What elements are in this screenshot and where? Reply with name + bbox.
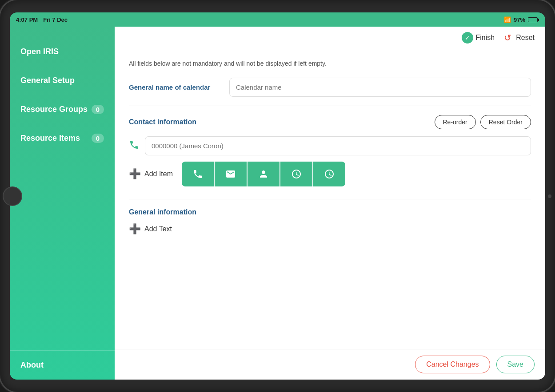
general-info-header: General information bbox=[129, 208, 531, 216]
type-btn-clock2[interactable] bbox=[313, 162, 345, 186]
type-btn-person[interactable] bbox=[248, 162, 279, 186]
general-info-title: General information bbox=[129, 208, 196, 216]
form-hint: All fields below are not mandatory and w… bbox=[129, 60, 531, 67]
wifi-icon: 📶 bbox=[504, 16, 511, 23]
finish-button[interactable]: ✓ Finish bbox=[462, 32, 495, 44]
status-bar-left: 4:07 PM Fri 7 Dec bbox=[16, 16, 68, 23]
reset-label: Reset bbox=[516, 34, 535, 42]
finish-icon: ✓ bbox=[462, 32, 473, 44]
resource-groups-badge: 0 bbox=[92, 105, 104, 114]
battery-icon bbox=[528, 17, 539, 22]
divider-2 bbox=[129, 199, 531, 199]
contact-type-buttons bbox=[182, 162, 345, 186]
phone-input[interactable] bbox=[145, 136, 531, 155]
add-text-label[interactable]: Add Text bbox=[144, 225, 172, 233]
resource-items-badge: 0 bbox=[92, 134, 104, 143]
section-buttons: Re-order Reset Order bbox=[435, 115, 531, 129]
status-bar-right: 📶 97% bbox=[504, 16, 539, 23]
bottom-bar: Cancel Changes Save bbox=[115, 349, 545, 380]
sidebar: Open IRIS General Setup Resource Groups … bbox=[10, 27, 115, 380]
add-item-label[interactable]: Add Item bbox=[144, 170, 173, 178]
divider-1 bbox=[129, 106, 531, 106]
add-item-icon: ➕ bbox=[129, 168, 141, 180]
sidebar-item-open-iris[interactable]: Open IRIS bbox=[10, 37, 115, 66]
type-btn-email[interactable] bbox=[215, 162, 247, 186]
contact-section-header: Contact information Re-order Reset Order bbox=[129, 115, 531, 129]
camera-dot bbox=[548, 194, 551, 198]
type-btn-clock1[interactable] bbox=[280, 162, 312, 186]
add-text-icon: ➕ bbox=[129, 223, 141, 235]
tablet-frame: 4:07 PM Fri 7 Dec 📶 97% Open IRIS bbox=[0, 0, 555, 392]
battery-percent: 97% bbox=[514, 16, 525, 23]
reset-order-button[interactable]: Reset Order bbox=[480, 115, 531, 129]
status-date: Fri 7 Dec bbox=[43, 16, 68, 23]
calendar-label: General name of calendar bbox=[129, 83, 222, 91]
contact-section: Contact information Re-order Reset Order bbox=[129, 115, 531, 186]
status-time: 4:07 PM bbox=[16, 16, 38, 23]
contact-section-title: Contact information bbox=[129, 118, 196, 126]
reorder-button[interactable]: Re-order bbox=[435, 115, 476, 129]
cancel-button[interactable]: Cancel Changes bbox=[415, 356, 490, 373]
calendar-name-input[interactable] bbox=[229, 78, 531, 97]
status-bar: 4:07 PM Fri 7 Dec 📶 97% bbox=[10, 12, 545, 27]
contact-input-row bbox=[129, 136, 531, 155]
tablet-screen: 4:07 PM Fri 7 Dec 📶 97% Open IRIS bbox=[10, 12, 545, 380]
calendar-name-row: General name of calendar bbox=[129, 78, 531, 97]
main-content: ✓ Finish ↺ Reset All fields below are no… bbox=[115, 27, 545, 380]
reset-button[interactable]: ↺ Reset bbox=[502, 32, 535, 44]
reset-icon: ↺ bbox=[502, 32, 513, 44]
add-text-row: ➕ Add Text bbox=[129, 223, 531, 235]
app-body: Open IRIS General Setup Resource Groups … bbox=[10, 27, 545, 380]
sidebar-item-resource-items[interactable]: Resource Items 0 bbox=[10, 124, 115, 153]
sidebar-nav: Open IRIS General Setup Resource Groups … bbox=[10, 27, 115, 350]
toolbar: ✓ Finish ↺ Reset bbox=[115, 27, 545, 49]
save-button[interactable]: Save bbox=[496, 356, 535, 373]
phone-icon bbox=[129, 139, 140, 153]
home-button[interactable] bbox=[3, 186, 22, 206]
general-info-section: General information ➕ Add Text bbox=[129, 208, 531, 235]
finish-label: Finish bbox=[476, 34, 495, 42]
sidebar-item-general-setup[interactable]: General Setup bbox=[10, 66, 115, 95]
add-item-row: ➕ Add Item bbox=[129, 162, 531, 186]
type-btn-phone[interactable] bbox=[182, 162, 214, 186]
sidebar-footer[interactable]: About bbox=[10, 350, 115, 380]
form-area: All fields below are not mandatory and w… bbox=[115, 49, 545, 349]
sidebar-item-resource-groups[interactable]: Resource Groups 0 bbox=[10, 95, 115, 124]
